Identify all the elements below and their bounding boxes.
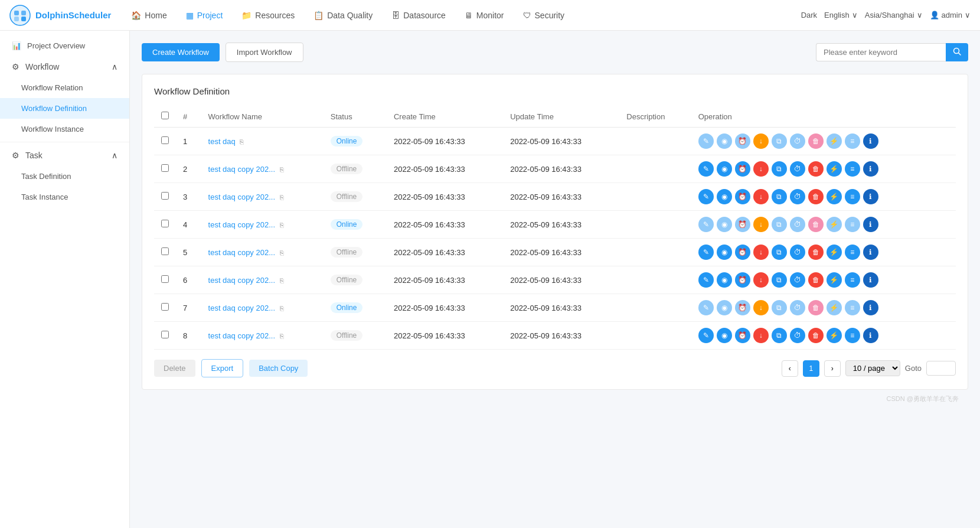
export-action-button[interactable]: ↓ <box>753 133 769 149</box>
schedule-action-button[interactable]: ⏰ <box>735 189 750 204</box>
edit-action-button[interactable]: ✎ <box>698 245 714 260</box>
schedule-action-button[interactable]: ⏰ <box>735 300 750 315</box>
sidebar-item-workflow[interactable]: ⚙ Workflow ∧ <box>0 56 129 77</box>
schedule-action-button[interactable]: ⏰ <box>735 328 750 343</box>
export-action-button[interactable]: ↓ <box>753 245 769 260</box>
copy-name-icon[interactable]: ⎘ <box>240 138 244 145</box>
workflow-name-link[interactable]: test daq copy 202... <box>208 220 275 229</box>
edit-action-button[interactable]: ✎ <box>698 189 714 204</box>
create-workflow-button[interactable]: Create Workflow <box>142 43 220 61</box>
edit-action-button[interactable]: ✎ <box>698 161 714 177</box>
schedule-action-button[interactable]: ⏰ <box>735 161 750 177</box>
page-1-button[interactable]: 1 <box>803 360 819 377</box>
workflow-name-link[interactable]: test daq copy 202... <box>208 165 275 174</box>
view-action-button[interactable]: ◉ <box>717 328 732 343</box>
delete-action-button[interactable]: 🗑 <box>808 300 824 315</box>
delete-action-button[interactable]: 🗑 <box>808 245 824 260</box>
relation-action-button[interactable]: ⚡ <box>827 272 842 288</box>
export-action-button[interactable]: ↓ <box>753 217 769 232</box>
info-action-button[interactable]: ℹ <box>863 133 878 149</box>
timer-action-button[interactable]: ⏱ <box>790 328 805 343</box>
relation-action-button[interactable]: ⚡ <box>827 161 842 177</box>
copy-action-button[interactable]: ⧉ <box>772 133 787 149</box>
export-action-button[interactable]: ↓ <box>753 300 769 315</box>
select-all-checkbox[interactable] <box>161 112 169 119</box>
schedule-action-button[interactable]: ⏰ <box>735 272 750 288</box>
sidebar-item-task-definition[interactable]: Task Definition <box>0 166 129 187</box>
timer-action-button[interactable]: ⏱ <box>790 245 805 260</box>
row-checkbox-1[interactable] <box>161 136 169 144</box>
sidebar-item-workflow-instance[interactable]: Workflow Instance <box>0 119 129 139</box>
view-action-button[interactable]: ◉ <box>717 161 732 177</box>
next-page-button[interactable]: › <box>824 360 841 377</box>
batch-copy-button[interactable]: Batch Copy <box>249 360 308 377</box>
relation-action-button[interactable]: ⚡ <box>827 300 842 315</box>
per-page-select[interactable]: 10 / page 20 / page 50 / page <box>845 360 900 376</box>
import-workflow-button[interactable]: Import Workflow <box>226 43 303 62</box>
delete-action-button[interactable]: 🗑 <box>808 328 824 343</box>
timer-action-button[interactable]: ⏱ <box>790 300 805 315</box>
copy-name-icon[interactable]: ⎘ <box>280 221 284 229</box>
info-action-button[interactable]: ℹ <box>863 272 878 288</box>
workflow-name-link[interactable]: test daq copy 202... <box>208 331 275 340</box>
schedule-action-button[interactable]: ⏰ <box>735 217 750 232</box>
info-action-button[interactable]: ℹ <box>863 189 878 204</box>
region-selector[interactable]: Asia/Shanghai ∨ <box>865 11 923 19</box>
copy-action-button[interactable]: ⧉ <box>772 328 787 343</box>
row-checkbox-4[interactable] <box>161 220 169 227</box>
view-action-button[interactable]: ◉ <box>717 272 732 288</box>
export-action-button[interactable]: ↓ <box>753 328 769 343</box>
row-checkbox-7[interactable] <box>161 303 169 311</box>
copy-action-button[interactable]: ⧉ <box>772 189 787 204</box>
prev-page-button[interactable]: ‹ <box>782 360 798 377</box>
view-action-button[interactable]: ◉ <box>717 300 732 315</box>
list-action-button[interactable]: ≡ <box>845 328 860 343</box>
copy-action-button[interactable]: ⧉ <box>772 161 787 177</box>
nav-datasource[interactable]: 🗄 Datasource <box>383 7 454 24</box>
copy-action-button[interactable]: ⧉ <box>772 300 787 315</box>
sidebar-item-workflow-relation[interactable]: Workflow Relation <box>0 77 129 98</box>
info-action-button[interactable]: ℹ <box>863 300 878 315</box>
theme-toggle[interactable]: Dark <box>801 11 817 19</box>
view-action-button[interactable]: ◉ <box>717 133 732 149</box>
list-action-button[interactable]: ≡ <box>845 300 860 315</box>
relation-action-button[interactable]: ⚡ <box>827 245 842 260</box>
delete-button[interactable]: Delete <box>154 360 195 377</box>
list-action-button[interactable]: ≡ <box>845 217 860 232</box>
timer-action-button[interactable]: ⏱ <box>790 189 805 204</box>
workflow-name-link[interactable]: test daq copy 202... <box>208 193 275 201</box>
search-button[interactable] <box>946 43 968 61</box>
delete-action-button[interactable]: 🗑 <box>808 189 824 204</box>
row-checkbox-3[interactable] <box>161 192 169 200</box>
sidebar-item-task-instance[interactable]: Task Instance <box>0 187 129 207</box>
row-checkbox-2[interactable] <box>161 164 169 172</box>
relation-action-button[interactable]: ⚡ <box>827 133 842 149</box>
workflow-name-link[interactable]: test daq copy 202... <box>208 276 275 285</box>
info-action-button[interactable]: ℹ <box>863 245 878 260</box>
copy-name-icon[interactable]: ⎘ <box>280 194 284 201</box>
timer-action-button[interactable]: ⏱ <box>790 161 805 177</box>
info-action-button[interactable]: ℹ <box>863 328 878 343</box>
edit-action-button[interactable]: ✎ <box>698 133 714 149</box>
edit-action-button[interactable]: ✎ <box>698 300 714 315</box>
list-action-button[interactable]: ≡ <box>845 272 860 288</box>
nav-security[interactable]: 🛡 Security <box>515 7 573 24</box>
list-action-button[interactable]: ≡ <box>845 245 860 260</box>
sidebar-item-project-overview[interactable]: 📊 Project Overview <box>0 35 129 56</box>
view-action-button[interactable]: ◉ <box>717 189 732 204</box>
sidebar-item-task[interactable]: ⚙ Task ∧ <box>0 145 129 166</box>
copy-name-icon[interactable]: ⎘ <box>280 249 284 256</box>
timer-action-button[interactable]: ⏱ <box>790 217 805 232</box>
export-button[interactable]: Export <box>201 359 244 377</box>
delete-action-button[interactable]: 🗑 <box>808 217 824 232</box>
list-action-button[interactable]: ≡ <box>845 189 860 204</box>
edit-action-button[interactable]: ✎ <box>698 217 714 232</box>
info-action-button[interactable]: ℹ <box>863 217 878 232</box>
sidebar-item-workflow-definition[interactable]: Workflow Definition <box>0 98 129 119</box>
schedule-action-button[interactable]: ⏰ <box>735 133 750 149</box>
search-input[interactable] <box>816 43 946 61</box>
copy-action-button[interactable]: ⧉ <box>772 245 787 260</box>
copy-action-button[interactable]: ⧉ <box>772 272 787 288</box>
goto-input[interactable] <box>926 361 956 376</box>
nav-dataquality[interactable]: 📋 Data Quality <box>305 7 381 24</box>
